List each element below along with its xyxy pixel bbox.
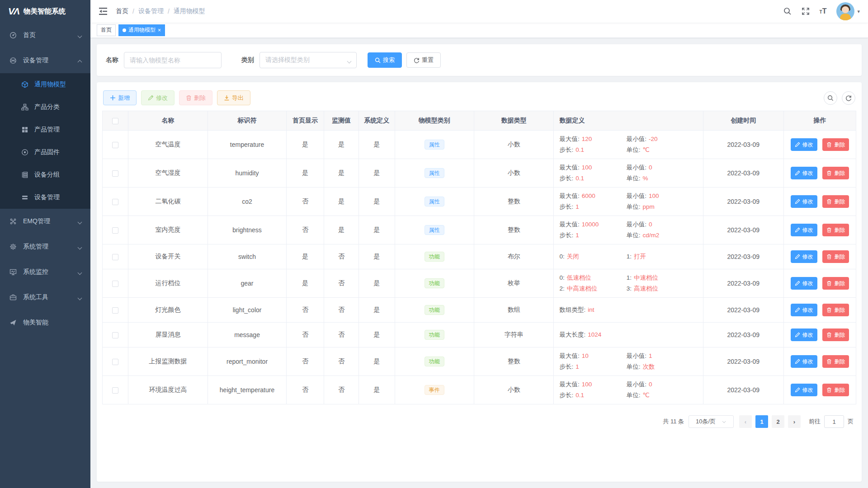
row-checkbox[interactable]	[112, 142, 118, 148]
cell-created-time: 2022-03-09	[703, 347, 783, 376]
cell-home-display: 是	[286, 159, 324, 188]
breadcrumb-item-home[interactable]: 首页	[116, 7, 128, 15]
row-edit-button[interactable]: 修改	[791, 355, 817, 368]
name-filter-input[interactable]	[124, 52, 222, 68]
sidebar-item-label: 设备管理	[23, 56, 78, 65]
breadcrumb: 首页 / 设备管理 / 通用物模型	[116, 7, 205, 15]
definition-item: 1:中速档位	[627, 274, 699, 282]
row-edit-label: 修改	[802, 253, 813, 261]
page-size-select[interactable]: 10条/页	[689, 415, 734, 428]
row-delete-button[interactable]: 删除	[822, 167, 849, 179]
page-content: 名称 类别 请选择模型类别 搜索 重置 新增	[90, 38, 868, 488]
search-button[interactable]: 搜索	[368, 52, 402, 68]
row-edit-label: 修改	[802, 358, 813, 366]
col-header-home: 首页显示	[286, 111, 324, 131]
edit-button[interactable]: 修改	[141, 90, 175, 105]
list-icon	[21, 194, 28, 202]
breadcrumb-item-device[interactable]: 设备管理	[138, 7, 164, 15]
row-checkbox[interactable]	[112, 307, 118, 314]
sidebar-item-home[interactable]: 首页	[0, 23, 90, 48]
row-checkbox[interactable]	[112, 281, 118, 287]
cell-created-time: 2022-03-09	[703, 376, 783, 404]
row-checkbox[interactable]	[112, 387, 118, 394]
avatar[interactable]	[836, 2, 854, 20]
cell-system-defined: 是	[359, 376, 395, 404]
tag-current[interactable]: 通用物模型 ×	[118, 24, 165, 36]
paper-plane-icon	[9, 319, 17, 327]
tag-close-icon[interactable]: ×	[158, 28, 161, 33]
row-checkbox[interactable]	[112, 254, 118, 260]
app-logo[interactable]: VΛ 物美智能系统	[0, 0, 90, 23]
refresh-icon	[414, 57, 420, 63]
row-edit-button[interactable]: 修改	[791, 224, 817, 236]
sidebar-subitem-product-category[interactable]: 产品分类	[0, 96, 90, 118]
edit-pen-icon	[148, 95, 154, 101]
add-button[interactable]: 新增	[103, 90, 137, 105]
row-checkbox[interactable]	[112, 227, 118, 234]
export-button[interactable]: 导出	[217, 90, 250, 105]
tag-home[interactable]: 首页	[97, 24, 116, 36]
chevron-down-icon	[78, 33, 82, 38]
row-delete-button[interactable]: 删除	[822, 224, 849, 236]
row-checkbox[interactable]	[112, 332, 118, 338]
page-button-1[interactable]: 1	[755, 415, 768, 428]
row-edit-button[interactable]: 修改	[791, 167, 817, 179]
delete-button[interactable]: 删除	[179, 90, 212, 105]
category-filter-select[interactable]: 请选择模型类别	[259, 52, 357, 68]
sidebar-subitem-product-manage[interactable]: 产品管理	[0, 118, 90, 141]
next-page-button[interactable]: ›	[788, 415, 801, 428]
row-edit-button[interactable]: 修改	[791, 304, 817, 316]
sidebar-item-emq-manage[interactable]: EMQ管理	[0, 209, 90, 234]
cell-name: 空气湿度	[128, 159, 208, 188]
sidebar-fold-icon[interactable]	[99, 7, 108, 16]
row-edit-button[interactable]: 修改	[791, 138, 817, 151]
cell-definition: 最大值:10最小值:1步长:1单位:次数	[559, 352, 699, 371]
row-edit-button[interactable]: 修改	[791, 195, 817, 208]
prev-page-button[interactable]: ‹	[739, 415, 752, 428]
row-delete-button[interactable]: 删除	[822, 304, 849, 316]
row-delete-button[interactable]: 删除	[822, 250, 849, 263]
row-delete-button[interactable]: 删除	[822, 195, 849, 208]
row-delete-button[interactable]: 删除	[822, 384, 849, 396]
definition-item: 步长:0.1	[559, 146, 626, 154]
sidebar-subitem-device-group[interactable]: 设备分组	[0, 164, 90, 186]
sidebar-item-device-manage[interactable]: 设备管理	[0, 48, 90, 73]
sidebar-item-system-tools[interactable]: 系统工具	[0, 285, 90, 310]
row-checkbox[interactable]	[112, 359, 118, 365]
search-icon[interactable]	[783, 7, 792, 15]
row-edit-button[interactable]: 修改	[791, 384, 817, 396]
group-icon	[21, 171, 28, 179]
row-edit-button[interactable]: 修改	[791, 250, 817, 263]
user-menu[interactable]: ▾	[836, 2, 860, 20]
sidebar-subitem-product-firmware[interactable]: 产品固件	[0, 141, 90, 164]
sidebar-subitem-device-list[interactable]: 设备管理	[0, 186, 90, 209]
row-delete-button[interactable]: 删除	[822, 277, 849, 290]
reset-button[interactable]: 重置	[406, 52, 441, 68]
sidebar-item-system-monitor[interactable]: 系统监控	[0, 259, 90, 285]
col-header-created: 创建时间	[703, 111, 783, 131]
edit-button-label: 修改	[156, 94, 168, 102]
row-delete-button[interactable]: 删除	[822, 328, 849, 341]
table-row: 二氧化碳 co2 否 是 是 属性 整数 最大值:6000最小值:100步长:1…	[103, 188, 856, 216]
definition-item: 3:高速档位	[627, 285, 699, 293]
row-checkbox[interactable]	[112, 199, 118, 205]
select-all-checkbox[interactable]	[112, 118, 118, 124]
cell-identifier: report_monitor	[208, 347, 286, 376]
page-button-2[interactable]: 2	[772, 415, 784, 428]
goto-page-input[interactable]	[824, 415, 844, 428]
refresh-table-button[interactable]	[842, 91, 855, 105]
sidebar-item-wumei-smart[interactable]: 物美智能	[0, 310, 90, 335]
row-edit-button[interactable]: 修改	[791, 328, 817, 341]
font-size-icon[interactable]: TT	[820, 7, 827, 15]
fullscreen-icon[interactable]	[802, 7, 810, 15]
row-delete-button[interactable]: 删除	[822, 355, 849, 368]
sidebar-subitem-label: 产品分类	[34, 103, 60, 111]
toggle-search-button[interactable]	[824, 91, 837, 105]
row-delete-button[interactable]: 删除	[822, 138, 849, 151]
sidebar-subitem-thing-model[interactable]: 通用物模型	[0, 73, 90, 96]
row-checkbox[interactable]	[112, 170, 118, 177]
sidebar-item-system-manage[interactable]: 系统管理	[0, 234, 90, 259]
cell-name: 空气温度	[128, 131, 208, 159]
sidebar-item-label: EMQ管理	[23, 217, 78, 225]
row-edit-button[interactable]: 修改	[791, 277, 817, 290]
